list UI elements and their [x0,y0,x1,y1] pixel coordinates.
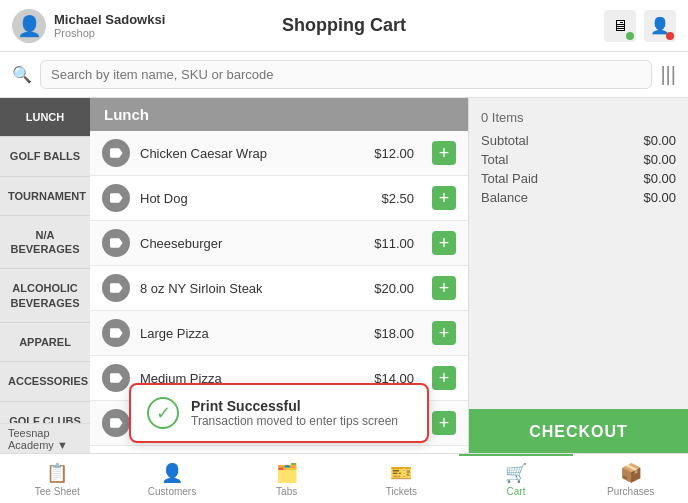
total-value: $0.00 [643,152,676,167]
search-icon: 🔍 [12,65,32,84]
add-item-button[interactable]: + [432,276,456,300]
balance-value: $0.00 [643,190,676,205]
item-name: Cheeseburger [140,236,364,251]
nav-item-customers[interactable]: 👤 Customers [115,454,230,503]
bottom-nav: 📋 Tee Sheet 👤 Customers 🗂️ Tabs 🎫 Ticket… [0,453,688,503]
cart-summary: 0 Items Subtotal $0.00 Total $0.00 Total… [469,98,688,409]
page-title: Shopping Cart [282,15,406,36]
user-name: Michael Sadowksi [54,12,165,27]
user-text: Michael Sadowksi Proshop [54,12,165,39]
total-paid-value: $0.00 [643,171,676,186]
avatar: 👤 [12,9,46,43]
sidebar-item-golf-balls[interactable]: GOLF BALLS [0,137,90,176]
item-price: $11.00 [374,236,414,251]
total-label: Total [481,152,508,167]
sidebar-item-lunch[interactable]: LUNCH [0,98,90,137]
cart-icon: 🛒 [505,462,527,484]
subtotal-value: $0.00 [643,133,676,148]
sidebar: LUNCH GOLF BALLS TOURNAMENT N/A BEVERAGE… [0,98,90,455]
purchases-icon: 📦 [620,462,642,484]
nav-item-tabs[interactable]: 🗂️ Tabs [229,454,344,503]
nav-item-cart[interactable]: 🛒 Cart [459,454,574,503]
monitor-icon: 🖥 [612,17,628,35]
nav-item-purchases[interactable]: 📦 Purchases [573,454,688,503]
item-price: $20.00 [374,281,414,296]
search-bar: 🔍 ||| [0,52,688,98]
sidebar-item-apparel[interactable]: APPAREL [0,323,90,362]
add-item-button[interactable]: + [432,231,456,255]
item-tag-icon [102,184,130,212]
add-item-button[interactable]: + [432,186,456,210]
nav-label-cart: Cart [507,486,526,497]
toast-text: Print Successful Transaction moved to en… [191,398,398,428]
nav-label-tickets: Tickets [386,486,417,497]
nav-item-tickets[interactable]: 🎫 Tickets [344,454,459,503]
list-item: Chicken Caesar Wrap $12.00 + [90,131,468,176]
balance-label: Balance [481,190,528,205]
location-label: Teesnap Academy ▼ [8,427,82,451]
user-role: Proshop [54,27,165,39]
sidebar-item-tournament[interactable]: TOURNAMENT [0,177,90,216]
total-paid-label: Total Paid [481,171,538,186]
cart-total-paid-line: Total Paid $0.00 [481,171,676,186]
item-tag-icon [102,139,130,167]
user-avatar-icon: 👤 [17,14,42,38]
toast-title: Print Successful [191,398,398,414]
item-name: Hot Dog [140,191,371,206]
display-button[interactable]: 🖥 [604,10,636,42]
list-item: Large Pizza $18.00 + [90,311,468,356]
header-icons: 🖥 👤 [604,10,676,42]
item-price: $18.00 [374,326,414,341]
item-name: 8 oz NY Sirloin Steak [140,281,364,296]
checkout-button[interactable]: CHECKOUT [469,409,688,455]
sidebar-item-alcoholic-beverages[interactable]: ALCOHOLIC BEVERAGES [0,269,90,323]
nav-item-tee-sheet[interactable]: 📋 Tee Sheet [0,454,115,503]
tickets-icon: 🎫 [390,462,412,484]
item-price: $12.00 [374,146,414,161]
add-item-button[interactable]: + [432,321,456,345]
add-item-button[interactable]: + [432,141,456,165]
items-panel-header: Lunch [90,98,468,131]
toast: ✓ Print Successful Transaction moved to … [129,383,429,443]
cart-balance-line: Balance $0.00 [481,190,676,205]
cart-panel: 0 Items Subtotal $0.00 Total $0.00 Total… [468,98,688,455]
search-input[interactable] [40,60,652,89]
toast-check-icon: ✓ [147,397,179,429]
sidebar-item-na-beverages[interactable]: N/A BEVERAGES [0,216,90,270]
item-price: $2.50 [381,191,414,206]
toast-overlay: ✓ Print Successful Transaction moved to … [90,383,468,443]
nav-label-tee-sheet: Tee Sheet [35,486,80,497]
cart-count: 0 Items [481,110,676,125]
list-item: Cheeseburger $11.00 + [90,221,468,266]
barcode-icon[interactable]: ||| [660,63,676,86]
user-info: 👤 Michael Sadowksi Proshop [12,9,165,43]
item-tag-icon [102,319,130,347]
nav-label-purchases: Purchases [607,486,654,497]
sidebar-item-accessories[interactable]: ACCESSORIES [0,362,90,401]
item-name: Large Pizza [140,326,364,341]
nav-label-tabs: Tabs [276,486,297,497]
settings-button[interactable]: 👤 [644,10,676,42]
status-dot-green [626,32,634,40]
status-dot-red [666,32,674,40]
tabs-icon: 🗂️ [276,462,298,484]
cart-total-line: Total $0.00 [481,152,676,167]
location-bar[interactable]: Teesnap Academy ▼ [0,423,90,453]
toast-subtitle: Transaction moved to enter tips screen [191,414,398,428]
item-name: Chicken Caesar Wrap [140,146,364,161]
item-tag-icon [102,274,130,302]
list-item: Hot Dog $2.50 + [90,176,468,221]
cart-subtotal-line: Subtotal $0.00 [481,133,676,148]
customers-icon: 👤 [161,462,183,484]
list-item: 8 oz NY Sirloin Steak $20.00 + [90,266,468,311]
subtotal-label: Subtotal [481,133,529,148]
item-tag-icon [102,229,130,257]
header: 👤 Michael Sadowksi Proshop Shopping Cart… [0,0,688,52]
nav-label-customers: Customers [148,486,196,497]
tee-sheet-icon: 📋 [46,462,68,484]
